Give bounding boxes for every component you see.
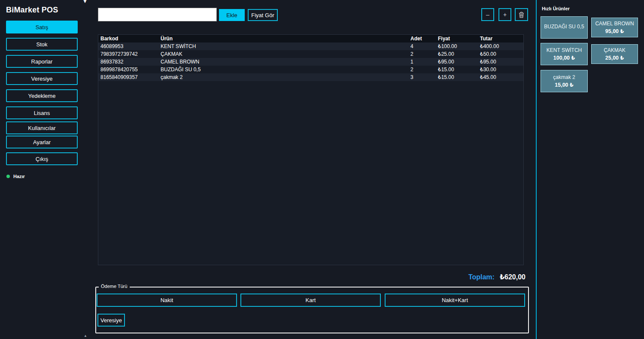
cell-adet: 3 <box>408 73 436 81</box>
barcode-input[interactable] <box>98 8 217 21</box>
table-row[interactable]: 46089953 KENT SWİTCH 4 ₺100.00 ₺400.00 <box>98 42 523 50</box>
quick-product-cakmak-2[interactable]: çakmak 2 15,00 ₺ <box>541 70 588 92</box>
bottom-scroll-arrow-icon: ▲ <box>84 334 87 338</box>
price-check-button[interactable]: Fiyat Gör <box>248 9 278 21</box>
cell-adet: 2 <box>408 50 436 58</box>
cell-barkod: 86937832 <box>98 58 158 66</box>
trash-icon <box>518 11 525 18</box>
cell-barkod: 8165840909357 <box>98 73 158 81</box>
pay-credit-button[interactable]: Veresiye <box>97 314 125 327</box>
sidebar-item-veresiye[interactable]: Veresiye <box>6 72 78 85</box>
cell-fiyat: ₺95.00 <box>436 58 478 66</box>
cell-fiyat: ₺100.00 <box>436 42 478 50</box>
delete-item-button[interactable] <box>515 8 528 21</box>
column-header-fiyat[interactable]: Fiyat <box>436 35 478 42</box>
top-scroll-arrow-icon: ▼ <box>82 0 88 4</box>
cell-urun: çakmak 2 <box>158 73 408 81</box>
cell-urun: BUZDAĞI SU 0,5 <box>158 66 408 73</box>
cell-barkod: 46089953 <box>98 42 158 50</box>
cart-table: Barkod Ürün Adet Fiyat Tutar 46089953 KE… <box>98 34 524 265</box>
quick-product-price: 15,00 ₺ <box>555 82 573 88</box>
cell-urun: KENT SWİTCH <box>158 42 408 50</box>
table-row[interactable]: 7983972739742 ÇAKMAK 2 ₺25.00 ₺50.00 <box>98 50 523 58</box>
sidebar-item-lisans[interactable]: Lisans <box>6 106 78 119</box>
cell-tutar: ₺30.00 <box>478 66 523 73</box>
sidebar-item-kullanicilar[interactable]: Kullanıcılar <box>6 121 78 134</box>
table-header-row: Barkod Ürün Adet Fiyat Tutar <box>98 35 523 42</box>
quick-product-camel-brown[interactable]: CAMEL BROWN 95,00 ₺ <box>591 18 638 37</box>
quick-product-price: 95,00 ₺ <box>605 28 624 34</box>
decrease-quantity-button[interactable]: – <box>481 8 494 21</box>
quick-product-price: 25,00 ₺ <box>605 54 624 61</box>
sidebar-item-satis[interactable]: Satış <box>6 21 78 33</box>
quick-product-name: ÇAKMAK <box>604 47 626 54</box>
cell-fiyat: ₺25.00 <box>436 50 478 58</box>
add-button[interactable]: Ekle <box>219 9 245 21</box>
cell-adet: 1 <box>408 58 436 66</box>
total-row: Toplam: ₺620,00 <box>468 273 526 281</box>
sidebar-item-yedekleme[interactable]: Yedekleme <box>6 89 78 102</box>
panel-divider <box>536 0 537 339</box>
pay-card-button[interactable]: Kart <box>240 294 381 307</box>
pay-cash-button[interactable]: Nakit <box>97 294 237 307</box>
status-text: Hazır <box>13 174 25 179</box>
cell-adet: 2 <box>408 66 436 73</box>
cell-tutar: ₺95.00 <box>478 58 523 66</box>
table-row[interactable]: 8165840909357 çakmak 2 3 ₺15.00 ₺45.00 <box>98 73 523 81</box>
total-value: ₺620,00 <box>500 273 526 281</box>
cell-tutar: ₺45.00 <box>478 73 523 81</box>
cell-barkod: 8699878420755 <box>98 66 158 73</box>
quick-product-price: 100,00 ₺ <box>553 54 575 61</box>
column-header-barkod[interactable]: Barkod <box>98 35 158 42</box>
column-header-urun[interactable]: Ürün <box>158 35 408 42</box>
cell-adet: 4 <box>408 42 436 50</box>
cell-urun: ÇAKMAK <box>158 50 408 58</box>
column-header-tutar[interactable]: Tutar <box>478 35 523 42</box>
column-header-adet[interactable]: Adet <box>408 35 436 42</box>
cell-fiyat: ₺15.00 <box>436 66 478 73</box>
total-label: Toplam: <box>468 273 495 281</box>
pay-cash-card-button[interactable]: Nakit+Kart <box>385 294 525 307</box>
increase-quantity-button[interactable]: + <box>498 8 511 21</box>
cell-tutar: ₺50.00 <box>478 50 523 58</box>
quick-product-kent-switch[interactable]: KENT SWİTCH 100,00 ₺ <box>541 43 588 65</box>
cell-fiyat: ₺15.00 <box>436 73 478 81</box>
payment-group-label: Ödeme Türü <box>99 284 130 289</box>
sidebar-item-ayarlar[interactable]: Ayarlar <box>6 136 78 148</box>
table-row[interactable]: 8699878420755 BUZDAĞI SU 0,5 2 ₺15.00 ₺3… <box>98 66 523 73</box>
quick-product-cakmak[interactable]: ÇAKMAK 25,00 ₺ <box>591 44 638 64</box>
cell-tutar: ₺400.00 <box>478 42 523 50</box>
cell-urun: CAMEL BROWN <box>158 58 408 66</box>
table-row[interactable]: 86937832 CAMEL BROWN 1 ₺95.00 ₺95.00 <box>98 58 523 66</box>
sidebar-item-raporlar[interactable]: Raporlar <box>6 55 78 68</box>
quick-product-name: BUZDAĞI SU 0,5 <box>544 24 584 30</box>
cell-barkod: 7983972739742 <box>98 50 158 58</box>
quick-products-title: Hızlı Ürünler <box>542 6 570 11</box>
sidebar-item-cikis[interactable]: Çıkış <box>6 152 78 165</box>
status-green-dot-icon <box>6 175 10 178</box>
quick-product-name: CAMEL BROWN <box>595 21 634 27</box>
quick-product-name: çakmak 2 <box>553 74 575 81</box>
quick-product-buzdagi-su[interactable]: BUZDAĞI SU 0,5 <box>541 16 588 39</box>
sidebar-item-stok[interactable]: Stok <box>6 38 78 51</box>
app-title: BiMarket POS <box>6 6 58 15</box>
status-indicator: Hazır <box>6 174 25 179</box>
quick-product-name: KENT SWİTCH <box>547 47 582 54</box>
